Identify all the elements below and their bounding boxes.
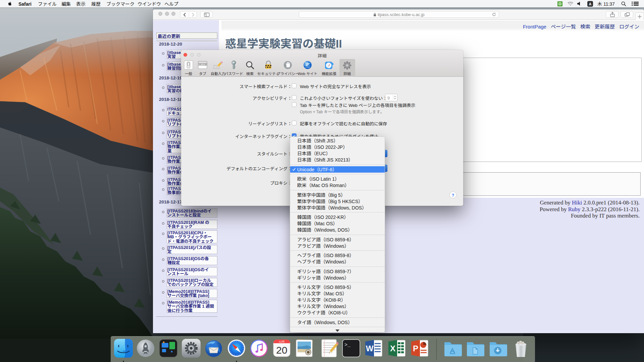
- svg-text:>_: >_: [344, 342, 351, 348]
- svg-text:X: X: [390, 344, 395, 353]
- svg-text:W: W: [366, 344, 374, 353]
- svg-text:P: P: [413, 344, 418, 353]
- svg-text:12月: 12月: [279, 340, 285, 343]
- svg-text:A: A: [589, 2, 592, 6]
- svg-text:20: 20: [276, 345, 287, 356]
